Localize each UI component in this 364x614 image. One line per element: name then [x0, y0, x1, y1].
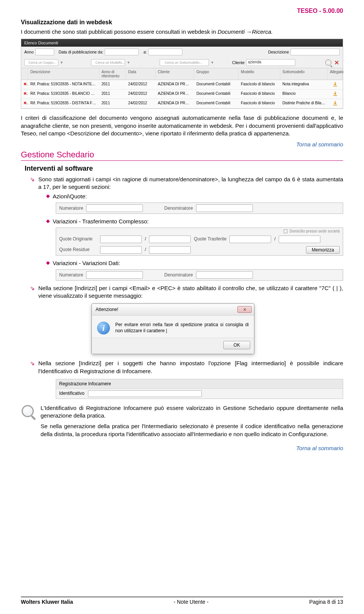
chevron-down-icon: ▼: [60, 61, 63, 64]
intro-link-text: Documenti →Ricerca.: [218, 28, 273, 35]
search-icon[interactable]: [325, 60, 331, 66]
table-row[interactable]: ✖ Rif. Pratica: 519O2835 - BILANCIO XBRL…: [21, 90, 343, 99]
magnifier-icon: [21, 404, 36, 419]
dropdown-gruppo[interactable]: [24, 59, 58, 66]
ui-variazioni-dati: Numeratore Denominatore: [56, 269, 343, 281]
subsection-interventi: Interventi al software: [25, 165, 343, 173]
note-paragraph-2: Se nella generazione della pratica per l…: [41, 422, 343, 438]
filter-row-2: ▼Cerca un Guppo... ▼Cerca un Modello... …: [21, 57, 343, 68]
input-descrizione[interactable]: [290, 49, 340, 55]
label-denominatore: Denominatore: [164, 205, 193, 211]
input-quote-trasferite-n[interactable]: [229, 236, 271, 243]
input-quote-originarie-d[interactable]: [149, 236, 191, 243]
delete-icon[interactable]: ✖: [21, 90, 28, 99]
documents-table-screenshot: Elenco Documenti Anno Data di pubblicazi…: [21, 39, 343, 109]
section-gestione-schedario: Gestione Schedario: [21, 150, 343, 161]
placeholder-modello: Cerca un Modello...: [95, 61, 125, 64]
input-numeratore[interactable]: [86, 204, 143, 212]
memorizza-button[interactable]: Memorizza: [306, 246, 340, 254]
label-identificativo: Identificativo: [59, 391, 85, 396]
table-header-row: Descrizione Anno di riferimento Data Cli…: [21, 68, 343, 80]
list-item: Nella sezione [Indirizzi] per i campi <E…: [31, 284, 343, 355]
label-da: Data di pubblicazione da:: [59, 50, 104, 54]
chevron-down-icon: ▼: [127, 61, 130, 64]
footer-company: Wolters Kluwer Italia: [21, 599, 73, 605]
list-item: Nella sezione [Indirizzi] per i soggetti…: [31, 360, 343, 399]
product-header: TESEO - 5.00.00: [21, 0, 343, 14]
note-block: L'Identificativo di Registrazione Infoca…: [21, 404, 343, 441]
input-numeratore-2[interactable]: [86, 271, 143, 279]
back-to-summary-link[interactable]: Torna al sommario: [21, 141, 343, 148]
input-denominatore[interactable]: [196, 204, 253, 212]
label-descrizione: Descrizione: [268, 50, 289, 54]
input-anno[interactable]: [35, 49, 54, 55]
ui-trasferimento: Domicilio presso sede società Quote Orig…: [56, 228, 343, 256]
input-identificativo[interactable]: [88, 390, 202, 397]
label-a: a:: [143, 50, 147, 54]
table-row[interactable]: ✖ Rif. Pratica: 519O2835 - NOTA INTEGRAT…: [21, 80, 343, 90]
sub-item-variazioni-dati: Variazioni - Variazioni Dati:: [47, 259, 343, 267]
page-footer: Wolters Kluwer Italia - Note Utente - Pa…: [21, 597, 343, 605]
dialog-title-text: Attenzione!: [96, 306, 118, 312]
back-to-summary-link[interactable]: Torna al sommario: [21, 445, 343, 451]
infocamere-title: Registrazione Infocamere: [56, 379, 343, 389]
download-icon[interactable]: [328, 99, 343, 108]
checkbox-domicilio[interactable]: [284, 229, 287, 233]
label-numeratore: Numeratore: [59, 272, 83, 278]
chevron-down-icon: ▼: [210, 61, 214, 64]
criteria-paragraph: I criteri di classificazione del documen…: [21, 114, 343, 137]
delete-icon[interactable]: ✖: [21, 99, 28, 108]
label-cliente: Cliente: [232, 60, 245, 65]
input-date-a[interactable]: [148, 49, 182, 55]
warning-dialog: Attenzione! ✕ i Per evitare errori nella…: [91, 303, 254, 354]
sub-item-azioni: Azioni\Quote:: [47, 193, 343, 200]
label-quote-originarie: Quote Originarie: [59, 236, 97, 242]
label-quote-residue: Quote Residue: [59, 247, 97, 253]
infocamere-box: Registrazione Infocamere Identificativo: [56, 379, 343, 399]
close-button[interactable]: ✕: [237, 306, 252, 313]
panel-title: Elenco Documenti: [21, 39, 343, 47]
input-denominatore-2[interactable]: [196, 271, 253, 279]
footer-center: - Note Utente -: [174, 599, 209, 605]
input-quote-residue-n[interactable]: [100, 246, 142, 254]
label-quote-trasferite: Quote Trasferite: [194, 236, 226, 242]
download-icon[interactable]: [328, 80, 343, 89]
list-item: Sono stati aggiornati i campi <in ragion…: [31, 176, 343, 281]
label-anno: Anno: [24, 50, 34, 54]
label-domicilio: Domicilio presso sede società: [290, 229, 340, 233]
label-denominatore: Denominatore: [164, 272, 193, 278]
placeholder-sottomodello: Cerca un Sottomodello...: [165, 61, 202, 64]
sub-item-trasferimento: Variazioni - Trasferimento Complesso:: [47, 218, 343, 225]
input-cliente[interactable]: azienda: [246, 59, 295, 66]
intro-paragraph: I documenti che sono stati pubblicati po…: [21, 28, 343, 36]
intro-text-a: I documenti che sono stati pubblicati po…: [21, 28, 218, 35]
input-quote-residue-d[interactable]: [149, 246, 191, 254]
delete-icon[interactable]: ✖: [21, 80, 28, 89]
ui-azioni-quote: Numeratore Denominatore: [56, 203, 343, 214]
footer-page: Pagina 8 di 13: [309, 599, 343, 605]
ok-button[interactable]: OK: [223, 341, 250, 349]
clear-icon[interactable]: [334, 60, 340, 66]
input-date-da[interactable]: [105, 49, 139, 55]
section-title-webdesk: Visualizzazione dati in webdesk: [21, 19, 343, 26]
filter-row-1: Anno Data di pubblicazione da: a: Descri…: [21, 47, 343, 57]
input-quote-originarie-n[interactable]: [100, 236, 142, 243]
label-numeratore: Numeratore: [59, 205, 83, 211]
input-quote-trasferite-d[interactable]: [279, 236, 320, 243]
download-icon[interactable]: [328, 90, 343, 99]
table-row[interactable]: ✖ Rif. Pratica: 519O2835 - DISTINTA FEDR…: [21, 99, 343, 108]
note-paragraph-1: L'Identificativo di Registrazione Infoca…: [41, 404, 343, 420]
dialog-message: Per evitare errori nella fase di spedizi…: [115, 322, 249, 334]
info-icon: i: [97, 322, 110, 334]
